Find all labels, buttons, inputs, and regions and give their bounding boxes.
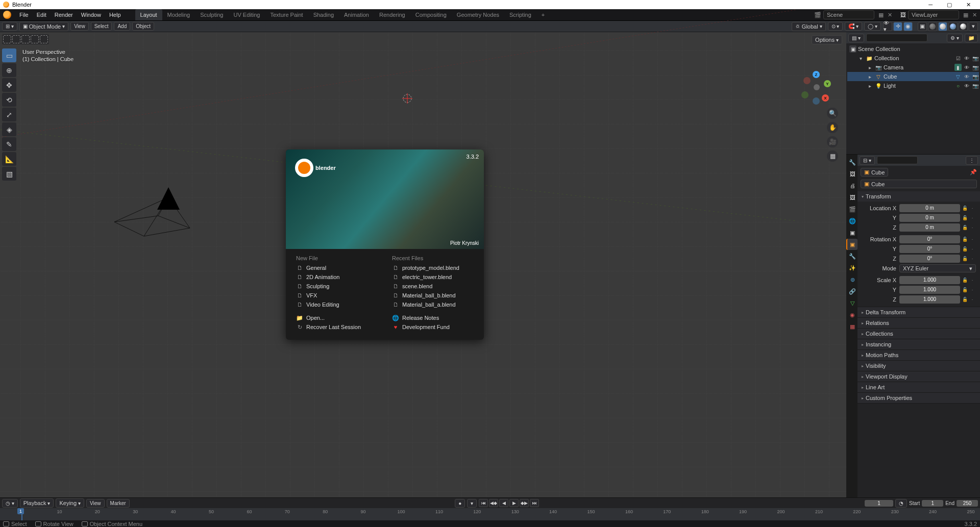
ptab-tool[interactable]: 🔧 bbox=[847, 157, 858, 168]
panel-motion-paths[interactable]: ▸Motion Paths bbox=[857, 350, 980, 360]
preview-range-toggle[interactable]: ◔ bbox=[895, 499, 907, 508]
disable-render-toggle[interactable]: 📷 bbox=[972, 83, 979, 89]
hide-toggle[interactable]: 👁 bbox=[963, 74, 970, 80]
lock-icon[interactable]: 🔓 bbox=[961, 277, 968, 284]
ptab-modifiers[interactable]: 🔧 bbox=[847, 250, 858, 262]
snap-toggle[interactable]: 🧲 ▾ bbox=[845, 22, 862, 31]
autokey-dropdown[interactable]: ▾ bbox=[467, 499, 477, 508]
recent-file-3[interactable]: 🗋Material_ball_b.blend bbox=[392, 291, 474, 300]
scene-field[interactable] bbox=[823, 10, 874, 19]
select-set-icon[interactable] bbox=[3, 35, 11, 43]
recent-file-2[interactable]: 🗋scene.blend bbox=[392, 282, 474, 291]
new-video-editing[interactable]: 🗋Video Editing bbox=[296, 300, 378, 309]
lock-icon[interactable]: 🔓 bbox=[961, 236, 968, 243]
select-box-tool[interactable]: ▭ bbox=[2, 48, 16, 62]
timeline-type-dropdown[interactable]: ◷ ▾ bbox=[2, 499, 18, 508]
select-intersect-icon[interactable] bbox=[40, 35, 48, 43]
tab-sculpting[interactable]: Sculpting bbox=[195, 9, 228, 20]
mode-dropdown[interactable]: ▣ Object Mode ▾ bbox=[19, 22, 68, 31]
remove-viewlayer-button[interactable]: ✕ bbox=[972, 12, 977, 18]
pivot-dropdown[interactable]: ⊙ ▾ bbox=[828, 22, 843, 31]
transform-tool[interactable]: ◈ bbox=[2, 122, 16, 136]
shading-material[interactable] bbox=[948, 22, 958, 31]
chevron-down-icon[interactable]: ▾ bbox=[857, 56, 864, 61]
tree-row-cube[interactable]: ▸ ▽ Cube ▽ 👁 📷 bbox=[847, 72, 979, 81]
keying-menu[interactable]: Keying ▾ bbox=[56, 498, 84, 508]
gizmo-neg-y[interactable] bbox=[801, 91, 808, 98]
timeline-view-menu[interactable]: View bbox=[86, 499, 105, 508]
add-menu[interactable]: Add bbox=[114, 22, 130, 31]
viewport-options-dropdown[interactable]: Options ▾ bbox=[812, 35, 842, 44]
shading-solid[interactable] bbox=[938, 22, 947, 31]
hide-toggle[interactable]: 👁 bbox=[963, 65, 970, 70]
anim-icon[interactable]: · bbox=[969, 255, 976, 262]
panel-custom-properties[interactable]: ▸Custom Properties bbox=[857, 393, 980, 403]
ptab-constraints[interactable]: 🔗 bbox=[847, 286, 858, 297]
gizmo-y-axis[interactable]: Y bbox=[824, 80, 831, 87]
filter-dropdown[interactable]: ⚙ ▾ bbox=[947, 34, 963, 42]
playback-menu[interactable]: Playback ▾ bbox=[20, 498, 54, 508]
ptab-render[interactable]: 🖼 bbox=[847, 168, 858, 180]
anim-icon[interactable]: · bbox=[969, 214, 976, 221]
viewlayer-field[interactable] bbox=[908, 10, 959, 19]
development-fund-link[interactable]: ♥Development Fund bbox=[392, 322, 474, 332]
add-workspace-button[interactable]: + bbox=[536, 9, 550, 20]
shading-dropdown[interactable]: ▾ bbox=[969, 22, 978, 31]
window-menu[interactable]: Window bbox=[77, 12, 105, 18]
lock-icon[interactable]: 🔓 bbox=[961, 205, 968, 212]
play-reverse-button[interactable]: ◀ bbox=[499, 499, 508, 507]
viewlayer-icon[interactable]: 🖼 bbox=[900, 12, 906, 18]
name-field[interactable]: ▣Cube bbox=[861, 180, 977, 188]
rotation-mode-dropdown[interactable]: XYZ Euler▾ bbox=[899, 264, 976, 272]
ptab-collection[interactable]: ▣ bbox=[847, 227, 858, 238]
chevron-right-icon[interactable]: ▸ bbox=[866, 74, 873, 80]
tab-scripting[interactable]: Scripting bbox=[504, 9, 536, 20]
new-sculpting[interactable]: 🗋Sculpting bbox=[296, 282, 378, 291]
blender-icon[interactable] bbox=[3, 11, 11, 19]
hide-toggle[interactable]: 👁 bbox=[963, 56, 970, 61]
tree-scene-collection[interactable]: ▣ Scene Collection bbox=[847, 44, 979, 54]
tree-collection[interactable]: ▾ 📁 Collection ☑ 👁 📷 bbox=[847, 54, 979, 63]
props-type-dropdown[interactable]: ⊟ ▾ bbox=[860, 156, 875, 165]
new-scene-button[interactable]: ▦ bbox=[876, 12, 886, 18]
orientation-dropdown[interactable]: ⛭ Global ▾ bbox=[792, 22, 826, 31]
select-extend-icon[interactable] bbox=[12, 35, 20, 43]
disable-render-toggle[interactable]: 📷 bbox=[972, 56, 979, 61]
add-cube-tool[interactable]: ▧ bbox=[2, 167, 16, 181]
rotation-x[interactable]: 0° bbox=[899, 235, 960, 243]
camera-view-icon[interactable]: 🎥 bbox=[827, 136, 838, 147]
panel-visibility[interactable]: ▸Visibility bbox=[857, 361, 980, 371]
disable-render-toggle[interactable]: 📷 bbox=[972, 74, 979, 80]
maximize-icon[interactable]: ▢ bbox=[947, 2, 952, 8]
object-menu[interactable]: Object bbox=[132, 22, 154, 31]
pan-icon[interactable]: ✋ bbox=[827, 122, 838, 133]
chevron-right-icon[interactable]: ▸ bbox=[866, 83, 873, 89]
lock-icon[interactable]: 🔓 bbox=[961, 245, 968, 253]
move-tool[interactable]: ✥ bbox=[2, 78, 16, 92]
lock-icon[interactable]: 🔓 bbox=[961, 296, 968, 303]
tab-shading[interactable]: Shading bbox=[308, 9, 339, 20]
recent-file-4[interactable]: 🗋Material_ball_a.blend bbox=[392, 300, 474, 309]
gizmo-x-axis[interactable]: X bbox=[822, 94, 829, 102]
scale-tool[interactable]: ⤢ bbox=[2, 108, 16, 121]
tab-modeling[interactable]: Modeling bbox=[162, 9, 195, 20]
marker-menu[interactable]: Marker bbox=[107, 499, 130, 508]
options-button[interactable]: ⋮ bbox=[966, 156, 978, 165]
gizmo-neg-x[interactable] bbox=[803, 77, 811, 84]
ptab-texture[interactable]: ▦ bbox=[847, 321, 858, 332]
scale-z[interactable]: 1.000 bbox=[899, 295, 960, 304]
anim-icon[interactable]: · bbox=[969, 296, 976, 303]
location-z[interactable]: 0 m bbox=[899, 223, 960, 232]
outliner-search[interactable] bbox=[866, 34, 927, 42]
tree-row-light[interactable]: ▸ 💡 Light ○ 👁 📷 bbox=[847, 81, 979, 90]
new-viewlayer-button[interactable]: ▦ bbox=[961, 12, 970, 18]
rotate-tool[interactable]: ⟲ bbox=[2, 93, 16, 107]
unlink-scene-button[interactable]: ✕ bbox=[888, 12, 892, 18]
chevron-right-icon[interactable]: ▸ bbox=[866, 65, 873, 70]
panel-transform-header[interactable]: ▾Transform bbox=[857, 191, 980, 202]
panel-relations[interactable]: ▸Relations bbox=[857, 318, 980, 328]
jump-end-button[interactable]: ⏭ bbox=[530, 499, 539, 507]
rotation-y[interactable]: 0° bbox=[899, 245, 960, 253]
jump-start-button[interactable]: ⏮ bbox=[479, 499, 488, 507]
edit-menu[interactable]: Edit bbox=[33, 12, 51, 18]
